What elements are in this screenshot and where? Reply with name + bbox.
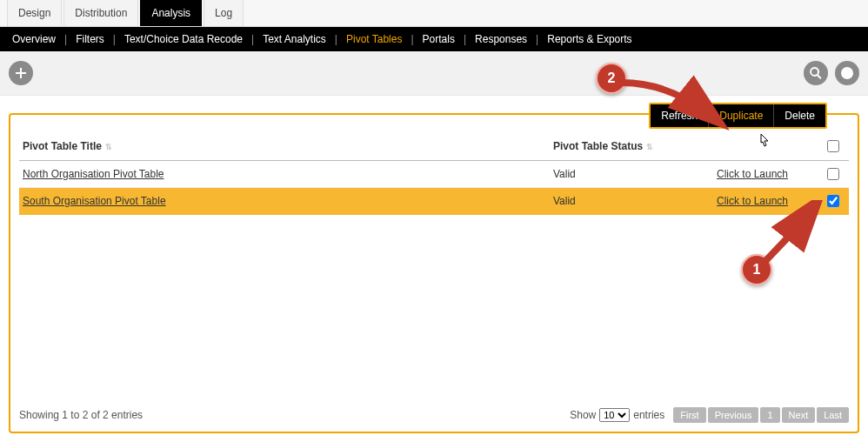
pager-first[interactable]: First [673,407,705,423]
status-cell: Valid [550,188,713,215]
sort-icon: ⇅ [105,143,112,151]
refresh-button[interactable]: Refresh [651,104,709,127]
page-size-select[interactable]: 10 [599,408,630,422]
subnav-overview[interactable]: Overview [9,33,59,45]
subnav-sep: | [246,33,259,45]
tab-design[interactable]: Design [7,0,62,26]
search-button[interactable] [804,61,828,85]
toolbar [0,51,868,96]
subnav-sep: | [330,33,343,45]
row-checkbox[interactable] [827,195,839,207]
row-checkbox[interactable] [827,168,839,180]
tab-log[interactable]: Log [204,0,244,26]
sort-icon: ⇅ [646,143,653,151]
launch-link[interactable]: Click to Launch [717,168,788,180]
col-title-header[interactable]: Pivot Table Title⇅ [19,132,550,161]
subnav-text-analytics[interactable]: Text Analytics [259,33,330,45]
pager-next[interactable]: Next [782,407,816,423]
pivot-table-panel: Refresh Duplicate Delete Pivot Table Tit… [9,113,859,433]
subnav-sep: | [405,33,418,45]
show-label-post: entries [633,409,664,421]
subnav-reports[interactable]: Reports & Exports [544,33,635,45]
top-tabs: Design Distribution Analysis Log [0,0,868,27]
subnav-pivot-tables[interactable]: Pivot Tables [343,33,405,45]
panel-footer: Showing 1 to 2 of 2 entries Show 10 entr… [19,407,849,423]
launch-link[interactable]: Click to Launch [717,195,788,207]
subnav-sep: | [108,33,121,45]
show-label-pre: Show [570,409,596,421]
pivot-title-link[interactable]: North Organisation Pivot Table [23,168,164,180]
subnav-sep: | [458,33,471,45]
pager-last[interactable]: Last [817,407,849,423]
col-status-header[interactable]: Pivot Table Status⇅ [550,132,713,161]
subnav-responses[interactable]: Responses [471,33,531,45]
pager-page-1[interactable]: 1 [760,407,779,423]
pager-prev[interactable]: Previous [708,407,759,423]
pivot-title-link[interactable]: South Organisation Pivot Table [23,195,166,207]
duplicate-button[interactable]: Duplicate [709,104,774,127]
col-select-header [816,132,849,161]
delete-button[interactable]: Delete [774,104,825,127]
tab-distribution[interactable]: Distribution [63,0,138,26]
table-row: North Organisation Pivot Table Valid Cli… [19,161,849,188]
subnav-sep: | [59,33,72,45]
subnav-recode[interactable]: Text/Choice Data Recode [121,33,246,45]
subnav-portals[interactable]: Portals [419,33,458,45]
tab-analysis[interactable]: Analysis [140,0,202,26]
panel-actions: Refresh Duplicate Delete [649,103,827,129]
add-button[interactable] [9,61,33,85]
col-launch-header [713,132,816,161]
status-cell: Valid [550,161,713,188]
subnav-sep: | [531,33,544,45]
table-row: South Organisation Pivot Table Valid Cli… [19,188,849,215]
pagination: First Previous 1 Next Last [673,407,849,423]
subnav: Overview| Filters| Text/Choice Data Reco… [0,27,868,51]
info-button[interactable] [835,61,859,85]
pivot-tables-table: Pivot Table Title⇅ Pivot Table Status⇅ N… [19,132,849,215]
select-all-checkbox[interactable] [827,140,839,152]
showing-text: Showing 1 to 2 of 2 entries [19,409,143,421]
subnav-filters[interactable]: Filters [72,33,108,45]
